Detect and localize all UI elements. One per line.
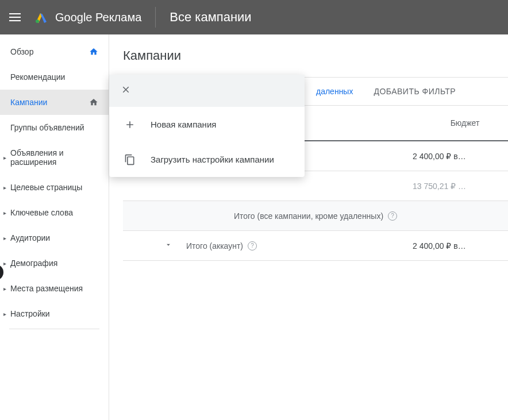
sidebar-item-label: Объявления и расширения bbox=[10, 148, 98, 167]
new-campaign-popup: Новая кампания Загрузить настройки кампа… bbox=[109, 75, 305, 177]
help-icon[interactable]: ? bbox=[388, 211, 397, 221]
sidebar-item-label: Ключевые слова bbox=[10, 208, 98, 217]
filter-status-link[interactable]: даленных bbox=[307, 87, 362, 96]
home-icon bbox=[89, 98, 98, 107]
sidebar-item-label: Настройки bbox=[10, 309, 98, 318]
budget-cell: 2 400,00 ₽ в… bbox=[413, 241, 499, 251]
header-title: Все кампании bbox=[170, 10, 251, 25]
google-ads-logo-icon bbox=[34, 10, 48, 24]
logo-text: Google Реклама bbox=[55, 11, 141, 24]
copy-icon bbox=[123, 154, 137, 165]
popup-item-load-settings[interactable]: Загрузить настройки кампании bbox=[109, 142, 305, 177]
header-divider bbox=[155, 7, 156, 28]
summary-row-all: Итого (все кампании, кроме удаленных) ? bbox=[123, 201, 508, 231]
sidebar-item-label: Места размещения bbox=[10, 284, 98, 293]
plus-icon bbox=[123, 119, 137, 130]
sidebar-item-placements[interactable]: Места размещения bbox=[0, 276, 109, 301]
summary-label: Итого (все кампании, кроме удаленных) bbox=[234, 211, 383, 221]
sidebar-item-settings[interactable]: Настройки bbox=[0, 301, 109, 326]
sidebar-item-ads-extensions[interactable]: Объявления и расширения bbox=[0, 140, 109, 175]
popup-item-label: Новая кампания bbox=[151, 118, 216, 130]
sidebar: Обзор Рекомендации Кампании Группы объяв… bbox=[0, 34, 109, 420]
close-icon[interactable] bbox=[121, 84, 131, 97]
sidebar-item-landing-pages[interactable]: Целевые страницы bbox=[0, 175, 109, 200]
home-icon bbox=[89, 47, 98, 56]
sidebar-item-label: Рекомендации bbox=[10, 72, 98, 82]
summary-label: Итого (аккаунт) bbox=[186, 241, 243, 251]
popup-header bbox=[109, 75, 305, 107]
popup-item-label: Загрузить настройки кампании bbox=[151, 153, 274, 165]
sidebar-item-recommendations[interactable]: Рекомендации bbox=[0, 64, 109, 90]
add-filter-button[interactable]: ДОБАВИТЬ ФИЛЬТР bbox=[362, 87, 467, 96]
sidebar-item-label: Демография bbox=[10, 259, 98, 268]
sidebar-item-label: Группы объявлений bbox=[10, 123, 98, 132]
sidebar-item-keywords[interactable]: Ключевые слова bbox=[0, 200, 109, 225]
sidebar-item-overview[interactable]: Обзор bbox=[0, 39, 109, 64]
budget-cell: 2 400,00 ₽ в… bbox=[413, 152, 499, 161]
help-icon[interactable]: ? bbox=[248, 241, 257, 251]
sidebar-item-adgroups[interactable]: Группы объявлений bbox=[0, 115, 109, 140]
sidebar-item-label: Кампании bbox=[10, 98, 89, 107]
main-content: Кампании даленных ДОБАВИТЬ ФИЛЬТР Бюджет… bbox=[109, 34, 508, 420]
sidebar-item-label: Аудитории bbox=[10, 233, 98, 242]
sidebar-item-label: Обзор bbox=[10, 47, 89, 56]
hamburger-menu-icon[interactable] bbox=[9, 10, 23, 24]
sidebar-item-demographics[interactable]: Демография bbox=[0, 251, 109, 276]
sidebar-separator bbox=[9, 329, 99, 329]
sidebar-item-audiences[interactable]: Аудитории bbox=[0, 225, 109, 251]
page-title: Кампании bbox=[123, 48, 508, 63]
svg-point-0 bbox=[36, 20, 39, 23]
app-header: Google Реклама Все кампании bbox=[0, 0, 508, 34]
summary-row-account[interactable]: Итого (аккаунт) ? 2 400,00 ₽ в… bbox=[123, 231, 508, 261]
chevron-down-icon[interactable] bbox=[164, 241, 172, 251]
sidebar-item-label: Целевые страницы bbox=[10, 183, 98, 192]
sidebar-item-campaigns[interactable]: Кампании bbox=[0, 90, 109, 115]
budget-cell: 13 750,21 ₽ … bbox=[413, 182, 499, 191]
popup-item-new-campaign[interactable]: Новая кампания bbox=[109, 107, 305, 142]
column-header-budget[interactable]: Бюджет bbox=[422, 106, 508, 140]
